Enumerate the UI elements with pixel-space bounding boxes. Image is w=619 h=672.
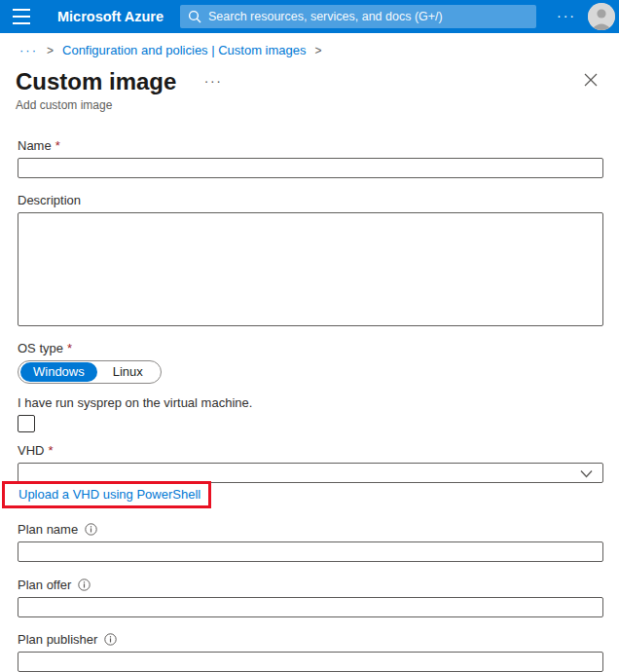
required-asterisk: *: [48, 443, 53, 458]
vhd-select[interactable]: [18, 463, 603, 483]
annotation-highlight-box: Upload a VHD using PowerShell: [2, 481, 211, 508]
page-title: Custom image: [16, 68, 176, 95]
name-input[interactable]: [18, 158, 603, 178]
page-subtitle: Add custom image: [16, 98, 603, 112]
description-textarea[interactable]: [18, 212, 603, 326]
plan-offer-input[interactable]: [18, 597, 603, 617]
custom-image-form: Name* Description OS type* Windows Linux…: [0, 138, 619, 672]
brand-title: Microsoft Azure: [57, 9, 164, 24]
user-avatar-icon: [588, 3, 615, 30]
azure-top-bar: Microsoft Azure ···: [0, 0, 619, 33]
name-label: Name*: [18, 138, 603, 153]
breadcrumb-separator: >: [315, 44, 322, 57]
avatar[interactable]: [588, 3, 615, 30]
description-label: Description: [18, 193, 603, 207]
search-input[interactable]: [208, 10, 528, 23]
plan-offer-field: Plan offer: [18, 578, 603, 617]
upload-vhd-powershell-link[interactable]: Upload a VHD using PowerShell: [18, 487, 200, 502]
sysprep-label: I have run sysprep on the virtual machin…: [18, 395, 603, 410]
sysprep-checkbox[interactable]: [18, 415, 35, 432]
os-type-option-linux[interactable]: Linux: [97, 362, 159, 382]
plan-name-input[interactable]: [18, 541, 603, 562]
info-icon[interactable]: [85, 523, 97, 536]
page-header: Custom image ··· Add custom image: [0, 57, 619, 112]
os-type-option-windows[interactable]: Windows: [20, 362, 97, 382]
info-icon[interactable]: [78, 579, 91, 591]
vhd-label: VHD*: [18, 443, 603, 458]
topbar-more-button[interactable]: ···: [557, 8, 576, 23]
plan-publisher-field: Plan publisher: [18, 632, 603, 672]
title-more-button[interactable]: ···: [204, 73, 223, 89]
breadcrumb-separator: >: [47, 44, 54, 57]
chevron-down-icon: [580, 469, 593, 478]
plan-name-label: Plan name: [18, 522, 603, 537]
description-field: Description: [18, 193, 603, 326]
plan-publisher-input[interactable]: [18, 652, 603, 672]
close-icon[interactable]: [584, 73, 598, 87]
info-icon[interactable]: [104, 633, 117, 646]
plan-publisher-label: Plan publisher: [18, 632, 603, 647]
sysprep-field: I have run sysprep on the virtual machin…: [18, 395, 603, 432]
breadcrumb-more[interactable]: ···: [19, 43, 38, 57]
breadcrumb-link-custom-images[interactable]: Configuration and policies | Custom imag…: [62, 43, 307, 57]
vhd-field: VHD* Upload a VHD using PowerShell: [18, 443, 603, 508]
plan-offer-label: Plan offer: [18, 578, 603, 592]
required-asterisk: *: [55, 138, 60, 153]
os-type-field: OS type* Windows Linux: [18, 341, 603, 384]
required-asterisk: *: [67, 341, 72, 355]
os-type-label: OS type*: [18, 341, 603, 355]
plan-name-field: Plan name: [18, 522, 603, 562]
global-search[interactable]: [180, 5, 536, 28]
breadcrumb: ··· > Configuration and policies | Custo…: [0, 33, 619, 57]
name-field: Name*: [18, 138, 603, 178]
os-type-toggle: Windows Linux: [18, 360, 162, 384]
hamburger-menu-icon[interactable]: [13, 9, 32, 24]
search-icon: [188, 10, 201, 23]
